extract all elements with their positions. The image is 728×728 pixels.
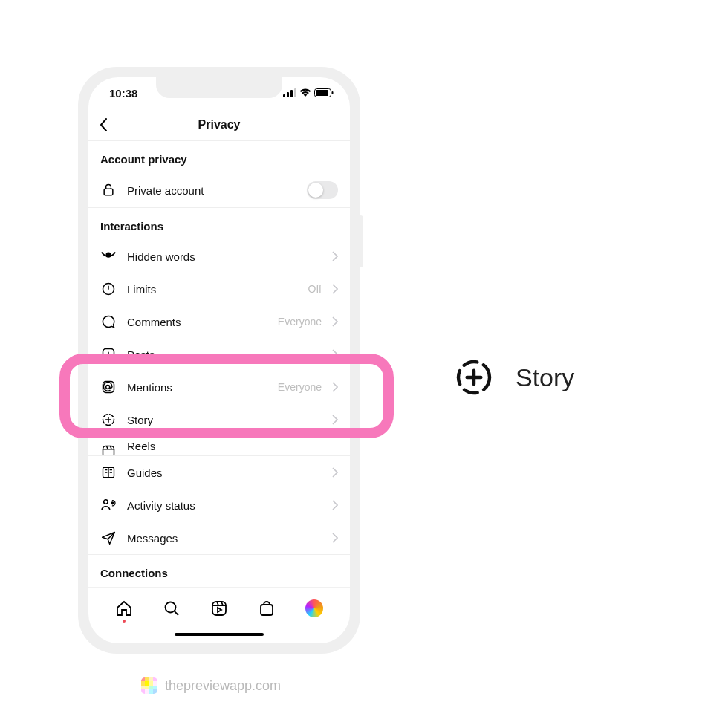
row-mentions[interactable]: Mentions Everyone xyxy=(88,371,350,403)
chevron-right-icon xyxy=(332,415,338,425)
row-private-account[interactable]: Private account xyxy=(88,173,350,207)
section-interactions-title: Interactions xyxy=(88,208,350,240)
chevron-right-icon xyxy=(332,382,338,392)
row-label: Limits xyxy=(127,283,298,296)
phone-notch xyxy=(156,77,282,98)
phone-screen: 10:38 Privacy Account privacy Private ac… xyxy=(88,77,350,643)
nav-header: Privacy xyxy=(88,108,350,141)
svg-rect-14 xyxy=(103,446,114,456)
comment-icon xyxy=(100,314,117,329)
back-button[interactable] xyxy=(88,108,118,140)
callout-label: Story xyxy=(516,363,574,392)
watermark-logo xyxy=(141,677,157,694)
row-label: Hidden words xyxy=(127,250,311,263)
phone-side-button xyxy=(357,215,363,267)
svg-point-20 xyxy=(166,602,176,612)
section-connections-title: Connections xyxy=(88,555,350,587)
private-toggle[interactable] xyxy=(307,181,338,199)
section-account-title: Account privacy xyxy=(88,141,350,173)
tab-search[interactable] xyxy=(162,599,181,618)
search-icon xyxy=(163,599,181,617)
story-plus-icon xyxy=(100,412,117,427)
activity-icon xyxy=(100,498,117,512)
row-label: Mentions xyxy=(127,381,267,394)
chevron-right-icon xyxy=(332,533,338,543)
battery-icon xyxy=(314,88,334,97)
row-value: Off xyxy=(308,283,322,295)
lock-icon xyxy=(100,183,117,198)
guides-icon xyxy=(100,465,117,480)
send-icon xyxy=(100,530,117,545)
row-story[interactable]: Story xyxy=(88,403,350,436)
cellular-icon xyxy=(283,88,296,97)
row-label: Guides xyxy=(127,467,322,479)
phone-frame: 10:38 Privacy Account privacy Private ac… xyxy=(78,67,360,654)
chevron-right-icon xyxy=(332,467,338,478)
shop-icon xyxy=(258,599,276,617)
svg-rect-3 xyxy=(294,88,296,97)
svg-point-8 xyxy=(106,253,111,257)
tab-profile[interactable] xyxy=(305,599,324,618)
svg-rect-2 xyxy=(290,90,293,97)
svg-rect-0 xyxy=(283,94,285,97)
svg-rect-7 xyxy=(104,189,113,195)
settings-scroll[interactable]: Account privacy Private account Interact… xyxy=(88,141,350,587)
tab-home[interactable] xyxy=(114,599,134,618)
svg-rect-5 xyxy=(316,90,328,96)
row-value: Everyone xyxy=(278,316,322,328)
row-label: Messages xyxy=(127,532,322,545)
chevron-left-icon xyxy=(99,117,108,132)
status-time: 10:38 xyxy=(109,87,137,100)
row-posts[interactable]: Posts xyxy=(88,338,350,371)
chevron-right-icon xyxy=(332,251,338,261)
wifi-icon xyxy=(299,88,311,97)
story-plus-icon xyxy=(453,357,495,398)
row-label: Reels xyxy=(127,440,338,452)
chevron-right-icon xyxy=(332,500,338,510)
eye-hidden-icon xyxy=(100,250,117,262)
callout: Story xyxy=(453,357,574,398)
at-sign-icon xyxy=(100,380,117,394)
svg-rect-6 xyxy=(332,91,334,94)
row-label: Activity status xyxy=(127,499,322,512)
row-reels[interactable]: Reels xyxy=(88,436,350,455)
watermark-text: thepreviewapp.com xyxy=(165,678,281,694)
svg-point-16 xyxy=(104,500,108,504)
row-label: Story xyxy=(127,414,311,426)
row-activity-status[interactable]: Activity status xyxy=(88,489,350,521)
notification-dot xyxy=(123,620,126,623)
chevron-right-icon xyxy=(332,349,338,360)
row-messages[interactable]: Messages xyxy=(88,521,350,554)
row-comments[interactable]: Comments Everyone xyxy=(88,305,350,338)
row-label: Posts xyxy=(127,348,311,361)
row-limits[interactable]: Limits Off xyxy=(88,273,350,305)
alert-circle-icon xyxy=(100,282,117,296)
row-value: Everyone xyxy=(278,381,322,393)
reels-icon xyxy=(100,444,117,455)
tab-reels[interactable] xyxy=(209,599,229,618)
row-guides[interactable]: Guides xyxy=(88,456,350,489)
svg-rect-1 xyxy=(287,92,289,97)
plus-square-icon xyxy=(100,347,117,362)
row-label: Comments xyxy=(127,316,267,328)
status-icons xyxy=(283,88,334,97)
svg-point-17 xyxy=(111,502,114,504)
tab-bar xyxy=(88,587,350,628)
reels-icon xyxy=(210,599,228,617)
home-indicator xyxy=(175,633,264,636)
row-label: Private account xyxy=(127,184,296,197)
chevron-right-icon xyxy=(332,284,338,294)
chevron-right-icon xyxy=(332,316,338,327)
watermark: thepreviewapp.com xyxy=(141,677,281,694)
profile-avatar xyxy=(305,599,323,617)
svg-rect-22 xyxy=(261,605,273,615)
home-icon xyxy=(115,599,133,617)
tab-shop[interactable] xyxy=(257,599,276,618)
page-title: Privacy xyxy=(88,118,350,131)
row-hidden-words[interactable]: Hidden words xyxy=(88,240,350,273)
